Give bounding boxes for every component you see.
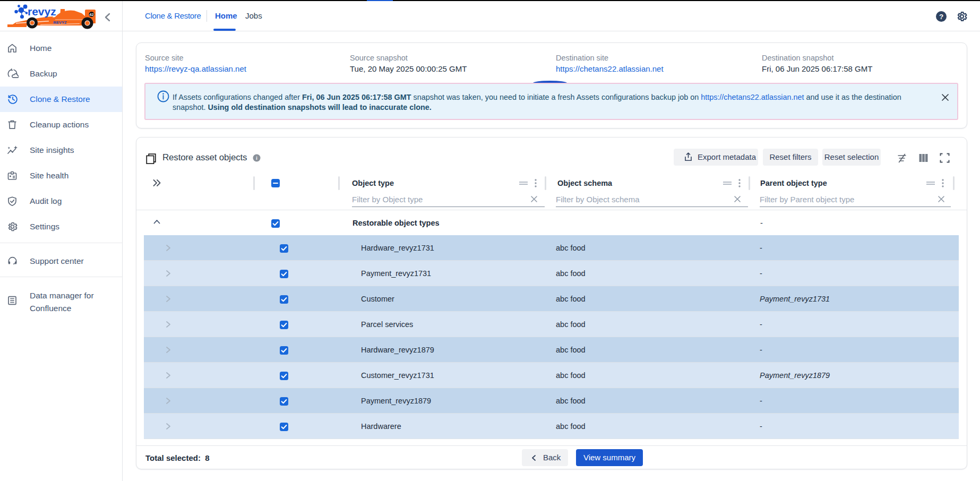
svg-text:revyz: revyz <box>28 5 56 18</box>
svg-text:42: 42 <box>89 12 93 17</box>
svg-text:?: ? <box>939 13 943 21</box>
svg-text:REVYZ: REVYZ <box>53 20 66 25</box>
svg-text:i: i <box>256 156 257 161</box>
